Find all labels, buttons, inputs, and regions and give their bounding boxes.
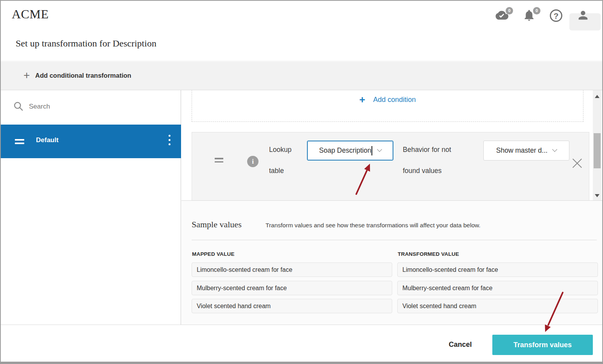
sample-values-section: Sample values Transform values and see h… [181, 200, 602, 325]
behavior-dropdown[interactable]: Show master d... [483, 141, 569, 161]
scrollbar-thumb[interactable] [594, 133, 601, 168]
footer: Cancel Transform values [1, 325, 602, 362]
brand-logo: ACME [12, 7, 48, 21]
plus-icon: + [359, 94, 365, 105]
transformed-value-cell: Limoncello-scented cream for face [397, 262, 598, 277]
sidebar: Default [1, 90, 181, 325]
sample-values-heading: Sample values [192, 219, 242, 230]
drag-handle-icon[interactable] [15, 139, 24, 146]
help-icon[interactable]: ? [550, 9, 565, 24]
notifications-badge: 0 [533, 7, 540, 14]
mapped-value-cell: Violet scented hand cream [192, 299, 392, 313]
add-condition-button[interactable]: + Add condition [192, 94, 583, 106]
notifications-bell-icon[interactable]: 0 [522, 9, 538, 24]
cancel-button[interactable]: Cancel [439, 337, 482, 352]
drag-handle-icon[interactable] [215, 158, 223, 164]
chevron-down-icon [377, 147, 382, 152]
divider [192, 240, 597, 240]
mapped-value-cell: Mulberry-scented cream for face [192, 281, 392, 295]
add-conditional-transformation-button[interactable]: Add conditional transformation [35, 72, 131, 79]
behavior-label: Behavior for not found values [403, 139, 461, 181]
transformation-row: i Lookup table Soap Description Behavior… [192, 132, 589, 200]
scroll-up-arrow[interactable] [595, 95, 599, 98]
search-row [1, 90, 181, 125]
lookup-table-dropdown[interactable]: Soap Description [307, 141, 393, 161]
behavior-value: Show master d... [496, 146, 547, 155]
approvals-icon[interactable]: 0 [495, 9, 511, 24]
lookup-table-value: Soap Description [319, 146, 371, 155]
plus-icon: + [23, 70, 30, 81]
sidebar-item-default[interactable]: Default [1, 125, 181, 158]
info-icon[interactable]: i [247, 156, 258, 167]
sidebar-item-label: Default [36, 136, 59, 144]
add-condition-dropzone: + Add condition [192, 90, 583, 122]
scroll-down-arrow[interactable] [595, 194, 599, 197]
search-icon [13, 101, 23, 111]
mapped-value-header: MAPPED VALUE [192, 251, 235, 257]
remove-row-icon[interactable] [572, 157, 582, 167]
mapped-value-cell: Limoncello-scented cream for face [192, 262, 392, 277]
header: ACME Set up transformation for Descripti… [1, 1, 602, 61]
transformed-value-cell: Mulberry-scented cream for face [397, 281, 598, 295]
kebab-menu-icon[interactable] [165, 135, 174, 149]
app-window: ACME Set up transformation for Descripti… [0, 0, 603, 364]
transformed-value-cell: Violet scented hand cream [397, 299, 598, 313]
text-cursor [371, 146, 372, 155]
vertical-scrollbar[interactable] [593, 90, 601, 200]
transformed-value-header: TRANSFORMED VALUE [398, 251, 459, 257]
page-title: Set up transformation for Description [16, 38, 156, 49]
lookup-table-label: Lookup table [269, 139, 300, 181]
conditional-transformation-toolbar[interactable]: + Add conditional transformation [1, 62, 602, 90]
transform-values-button[interactable]: Transform values [492, 335, 593, 355]
conditions-scroll-area: + Add condition i Lookup table Soap Desc… [181, 90, 593, 200]
user-profile-icon[interactable] [576, 9, 592, 24]
approvals-badge: 0 [506, 7, 513, 14]
chevron-down-icon [552, 147, 557, 152]
search-input[interactable] [29, 100, 170, 113]
sample-values-description: Transform values and see how these trans… [266, 222, 481, 229]
